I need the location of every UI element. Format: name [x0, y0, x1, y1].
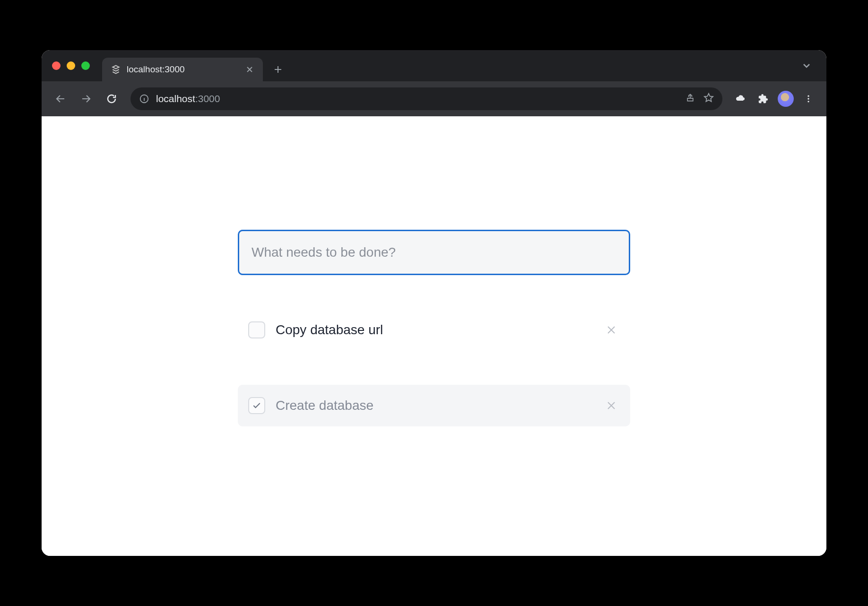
- extensions-icon[interactable]: [754, 89, 773, 108]
- browser-chrome: localhost:3000: [42, 50, 826, 116]
- window-close-button[interactable]: [52, 61, 61, 70]
- browser-tab[interactable]: localhost:3000: [102, 58, 263, 81]
- todo-list: Copy database url Create database: [238, 309, 630, 426]
- omnibox-actions: [686, 93, 714, 105]
- browser-window: localhost:3000: [42, 50, 826, 556]
- svg-point-1: [807, 95, 809, 97]
- bookmark-icon[interactable]: [703, 93, 714, 105]
- url-text: localhost:3000: [156, 93, 220, 104]
- todo-checkbox[interactable]: [248, 321, 265, 338]
- svg-point-2: [807, 98, 809, 99]
- browser-toolbar: localhost:3000: [42, 81, 826, 116]
- new-tab-button[interactable]: [269, 60, 287, 79]
- cloud-icon[interactable]: [731, 89, 750, 108]
- todo-app: Copy database url Create database: [238, 230, 630, 556]
- tab-close-button[interactable]: [245, 65, 254, 74]
- forward-button[interactable]: [76, 88, 96, 109]
- menu-icon[interactable]: [799, 89, 818, 108]
- back-button[interactable]: [50, 88, 71, 109]
- window-controls: [52, 61, 90, 70]
- page-content: Copy database url Create database: [42, 116, 826, 556]
- share-icon[interactable]: [686, 93, 695, 104]
- window-minimize-button[interactable]: [67, 61, 75, 70]
- site-info-icon[interactable]: [139, 94, 149, 104]
- tab-strip: localhost:3000: [42, 50, 826, 81]
- svg-point-3: [807, 101, 809, 102]
- reload-button[interactable]: [101, 88, 122, 109]
- tab-title: localhost:3000: [127, 64, 239, 75]
- window-maximize-button[interactable]: [81, 61, 90, 70]
- delete-todo-button[interactable]: [603, 397, 620, 414]
- address-bar[interactable]: localhost:3000: [130, 87, 722, 110]
- todo-checkbox[interactable]: [248, 397, 265, 414]
- new-todo-input[interactable]: [238, 230, 630, 275]
- tabs-dropdown-button[interactable]: [797, 56, 816, 75]
- favicon-icon: [111, 64, 121, 75]
- url-port: :3000: [195, 93, 220, 104]
- profile-avatar[interactable]: [776, 89, 795, 108]
- delete-todo-button[interactable]: [603, 321, 620, 338]
- toolbar-actions: [731, 89, 818, 108]
- todo-label: Create database: [276, 398, 592, 413]
- todo-item: Copy database url: [238, 309, 630, 351]
- todo-item: Create database: [238, 385, 630, 426]
- url-host: localhost: [156, 93, 195, 104]
- todo-label: Copy database url: [276, 322, 592, 338]
